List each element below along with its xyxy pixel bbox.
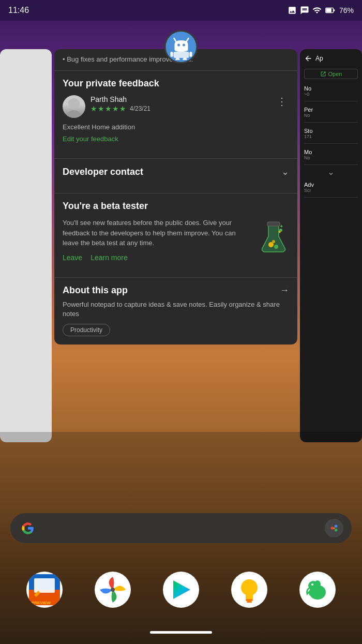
svg-point-20 — [331, 527, 334, 530]
image-icon — [288, 6, 297, 15]
bg-card-left — [0, 49, 52, 442]
arrow-right-icon: → — [280, 285, 289, 296]
status-icons: 76% — [288, 5, 354, 16]
developer-contact-header[interactable]: Developer contact ⌄ — [63, 166, 289, 177]
nav-gesture-bar — [150, 631, 212, 634]
keep-app-icon — [234, 574, 265, 605]
divider-1 — [54, 70, 297, 71]
feedback-username: Parth Shah — [90, 95, 269, 103]
message-icon — [300, 6, 309, 15]
private-feedback-title: Your private feedback — [63, 78, 289, 89]
feedback-row: Parth Shah ★★★★★ 4/23/21 ⋮ — [63, 95, 289, 118]
beta-leave-button[interactable]: Leave — [63, 253, 82, 262]
battery-icon — [325, 5, 336, 16]
feedback-stars: ★★★★★ — [90, 104, 127, 113]
svg-rect-8 — [170, 52, 173, 57]
open-icon — [320, 71, 326, 77]
chevron-down-icon: ⌄ — [281, 166, 289, 177]
beta-description: You'll see new features before the publi… — [63, 218, 253, 248]
svg-point-30 — [111, 588, 115, 592]
bg-right-item-5: Adv Scr — [304, 182, 358, 198]
dock-icon-preview[interactable]: PREVIEW — [26, 572, 63, 608]
svg-point-39 — [311, 583, 313, 586]
svg-rect-9 — [189, 52, 192, 57]
dock-icon-keep[interactable] — [231, 572, 267, 608]
android-robot-svg — [168, 34, 194, 60]
status-bar: 11:46 76% — [0, 0, 362, 21]
dock: PREVIEW — [0, 572, 362, 608]
svg-rect-34 — [247, 601, 252, 603]
svg-rect-33 — [246, 599, 253, 601]
dock-icon-evernote[interactable] — [299, 572, 336, 608]
divider-3 — [54, 193, 297, 193]
about-app-header[interactable]: About this app → — [63, 285, 289, 296]
google-lens-button[interactable] — [325, 519, 343, 537]
about-app-section: About this app → Powerful notepad to cap… — [54, 285, 297, 345]
feedback-meta: ★★★★★ 4/23/21 — [90, 104, 269, 113]
wifi-icon — [312, 6, 322, 15]
expand-icon[interactable] — [304, 170, 358, 177]
svg-point-38 — [314, 580, 321, 589]
main-card: • Bug fixes and performance improvements… — [54, 49, 297, 345]
back-icon — [304, 54, 312, 63]
bg-right-header: Ap — [304, 54, 358, 63]
svg-point-21 — [335, 525, 338, 528]
productivity-tag: Productivity — [63, 324, 110, 336]
beta-tester-title: You're a beta tester — [63, 201, 289, 212]
svg-rect-10 — [175, 58, 179, 60]
bg-right-item-3: Sto 171 — [304, 128, 358, 144]
preview-app-icon: PREVIEW — [29, 574, 60, 605]
svg-rect-27 — [34, 578, 55, 593]
svg-rect-2 — [333, 9, 335, 11]
svg-point-6 — [183, 43, 185, 46]
bg-right-item-1: No ~0 — [304, 85, 358, 101]
battery-percent: 76% — [339, 6, 354, 14]
open-label: Open — [328, 71, 342, 77]
svg-rect-11 — [183, 58, 187, 60]
search-bar[interactable] — [10, 513, 352, 543]
beta-content: You'll see new features before the publi… — [63, 218, 289, 262]
svg-point-5 — [177, 43, 180, 46]
bg-right-item-4: Mo No — [304, 149, 358, 165]
svg-text:PREVIEW: PREVIEW — [32, 601, 51, 605]
dock-icon-play[interactable] — [163, 572, 199, 608]
dock-icon-pinwheel[interactable] — [95, 572, 131, 608]
beta-text: You'll see new features before the publi… — [63, 218, 253, 262]
divider-4 — [54, 277, 297, 278]
pinwheel-app-icon — [97, 574, 128, 605]
beta-actions: Leave Learn more — [63, 253, 253, 262]
svg-text:✦: ✦ — [279, 223, 283, 229]
status-time: 11:46 — [8, 6, 29, 15]
android-icon-container — [164, 30, 198, 64]
svg-rect-1 — [326, 8, 331, 12]
svg-text:★: ★ — [278, 230, 281, 234]
open-button[interactable]: Open — [304, 69, 358, 79]
private-feedback-section: Your private feedback Parth Shah ★★★★★ 4… — [54, 78, 297, 151]
edit-feedback-link[interactable]: Edit your feedback — [63, 135, 289, 143]
bg-card-right: Ap Open No ~0 Per No Sto 171 Mo No Adv S… — [300, 49, 362, 442]
svg-point-22 — [335, 529, 338, 531]
more-options-button[interactable]: ⋮ — [275, 95, 289, 108]
divider-2 — [54, 158, 297, 159]
about-app-title: About this app — [63, 285, 128, 296]
beta-tester-section: You're a beta tester You'll see new feat… — [54, 201, 297, 270]
google-logo — [19, 519, 37, 537]
svg-point-23 — [334, 528, 335, 529]
bg-right-item-2: Per No — [304, 107, 358, 123]
svg-rect-7 — [173, 52, 189, 58]
user-avatar — [63, 95, 85, 118]
beta-flask-icon: ✦ ★ — [258, 220, 289, 256]
play-store-app-icon — [165, 574, 197, 605]
svg-rect-12 — [267, 222, 280, 226]
right-card-title: Ap — [315, 55, 323, 62]
android-icon — [164, 30, 198, 64]
feedback-date: 4/23/21 — [130, 105, 150, 112]
feedback-comment: Excellent Home addition — [63, 123, 289, 131]
beta-learn-more-button[interactable]: Learn more — [90, 253, 128, 262]
developer-contact-title: Developer contact — [63, 167, 143, 177]
evernote-app-icon — [302, 574, 333, 605]
feedback-info: Parth Shah ★★★★★ 4/23/21 — [90, 95, 269, 113]
dots-icon — [328, 522, 340, 534]
svg-point-15 — [272, 240, 275, 243]
developer-contact-section: Developer contact ⌄ — [54, 166, 297, 186]
